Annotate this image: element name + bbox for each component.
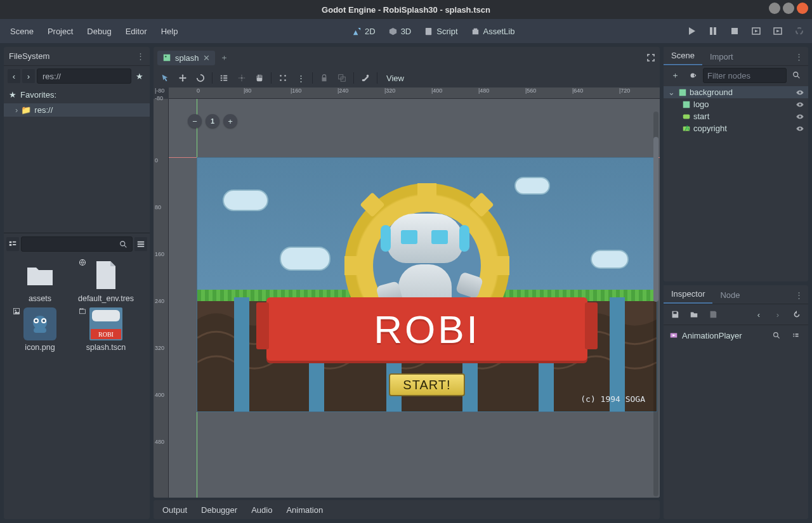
stop-button[interactable]	[726, 23, 743, 39]
snap-pivot-button[interactable]	[234, 70, 249, 86]
fs-tree-root[interactable]: › 📁 res://	[4, 103, 150, 117]
move-tool-button[interactable]	[175, 70, 190, 86]
workspace-script-button[interactable]: Script	[419, 24, 462, 39]
texture-rect-icon	[681, 100, 691, 109]
history-button[interactable]	[789, 307, 804, 322]
bottom-tab-debugger[interactable]: Debugger	[195, 503, 244, 517]
viewport-scrollbar[interactable]	[653, 112, 658, 496]
add-node-button[interactable]: ＋	[667, 68, 683, 83]
window-close-button[interactable]	[797, 3, 808, 14]
animation-player-icon	[669, 331, 678, 340]
visibility-icon[interactable]	[796, 112, 804, 121]
bottom-panel-tabs: Output Debugger Audio Animation	[154, 500, 660, 519]
inspector-load-button[interactable]	[686, 307, 702, 322]
search-icon[interactable]	[789, 68, 804, 83]
fs-item-icon-png[interactable]: icon.png	[9, 307, 71, 352]
select-tool-button[interactable]	[157, 70, 173, 86]
panel-options-icon[interactable]: ⋮	[136, 51, 145, 61]
fs-search-input[interactable]	[21, 236, 133, 252]
search-icon[interactable]	[769, 328, 784, 343]
texture-rect-icon	[678, 87, 687, 97]
svg-point-24	[280, 75, 282, 77]
zoom-out-button[interactable]: −	[188, 114, 202, 128]
workspace-2d-button[interactable]: 2D	[347, 24, 381, 39]
fs-item-folder[interactable]: assets	[9, 259, 71, 304]
window-maximize-button[interactable]	[783, 3, 794, 14]
fs-list-mode-button[interactable]	[134, 237, 147, 251]
menu-editor[interactable]: Editor	[119, 24, 154, 39]
rotate-tool-button[interactable]	[193, 70, 208, 86]
svg-line-50	[777, 336, 779, 338]
menu-help[interactable]: Help	[155, 24, 185, 39]
properties-options-icon[interactable]	[788, 328, 803, 343]
menu-project[interactable]: Project	[41, 24, 79, 39]
bottom-tab-audio[interactable]: Audio	[245, 503, 278, 517]
view-menu[interactable]: View	[381, 74, 409, 83]
workspace-assetlib-button[interactable]: AssetLib	[466, 24, 520, 39]
new-tab-button[interactable]: ＋	[218, 51, 232, 65]
start-button[interactable]: START!	[389, 373, 465, 396]
cloud-icon	[223, 190, 268, 211]
fs-favorite-button[interactable]: ★	[133, 69, 146, 83]
inspector-object-row[interactable]: AnimationPlayer	[664, 325, 808, 345]
bottom-tab-animation[interactable]: Animation	[280, 503, 329, 517]
node-copyright[interactable]: A copyright	[664, 122, 808, 134]
svg-rect-1	[710, 27, 712, 35]
bone-button[interactable]	[358, 70, 373, 86]
cloud-icon	[591, 250, 629, 269]
lock-button[interactable]	[317, 70, 332, 86]
svg-line-42	[797, 76, 800, 79]
play-button[interactable]	[683, 23, 700, 39]
scene-tree: ⌄ background logo start A copy	[664, 85, 808, 136]
visibility-icon[interactable]	[796, 124, 804, 133]
import-tab[interactable]: Import	[702, 48, 741, 65]
fs-back-button[interactable]: ‹	[8, 69, 20, 83]
list-select-button[interactable]	[216, 70, 232, 86]
svg-rect-17	[34, 328, 46, 333]
distraction-free-button[interactable]	[646, 53, 656, 63]
ruler-tool-button[interactable]	[275, 70, 291, 86]
fs-tree-mode-button[interactable]	[6, 237, 19, 251]
panel-options-icon[interactable]: ⋮	[795, 290, 803, 300]
pause-button[interactable]	[704, 23, 722, 39]
node-tab[interactable]: Node	[712, 287, 747, 304]
history-forward-button[interactable]: ›	[770, 307, 785, 322]
window-minimize-button[interactable]	[769, 3, 780, 14]
play-custom-scene-button[interactable]	[769, 23, 787, 39]
close-tab-icon[interactable]: ✕	[203, 53, 210, 63]
scene-tab[interactable]: Scene	[664, 47, 702, 65]
snap-options-button[interactable]: ⋮	[293, 70, 308, 86]
inspector-tab[interactable]: Inspector	[664, 285, 712, 304]
svg-point-22	[165, 56, 167, 58]
inspector-copy-button[interactable]	[705, 307, 721, 322]
fs-item-tres[interactable]: default_env.tres	[75, 259, 137, 304]
scene-tab-splash[interactable]: splash ✕	[157, 51, 215, 65]
pan-tool-button[interactable]	[252, 70, 267, 86]
fs-item-splash-tscn[interactable]: ROBI splash.tscn	[75, 307, 137, 352]
instance-node-button[interactable]	[685, 68, 700, 83]
node-background[interactable]: ⌄ background	[664, 86, 808, 98]
workspace-3d-button[interactable]: 3D	[383, 24, 417, 39]
visibility-icon[interactable]	[796, 88, 804, 97]
menu-debug[interactable]: Debug	[81, 24, 117, 39]
menu-scene[interactable]: Scene	[4, 24, 40, 39]
zoom-in-button[interactable]: +	[223, 114, 237, 128]
scene-filter-input[interactable]: Filter nodes	[703, 68, 787, 83]
inspector-save-button[interactable]	[667, 307, 683, 322]
svg-rect-19	[80, 309, 82, 310]
play-scene-button[interactable]	[747, 23, 765, 39]
visibility-icon[interactable]	[796, 100, 804, 109]
canvas-area[interactable]: − 1 +	[169, 99, 660, 498]
group-button[interactable]	[334, 70, 350, 86]
game-preview[interactable]: ROBI START! (c) 1994 SOGA	[197, 157, 657, 412]
fs-forward-button[interactable]: ›	[22, 69, 35, 83]
panel-options-icon[interactable]: ⋮	[795, 52, 803, 61]
viewport[interactable]: |-80 0 |80 |160 |240 |320 |400 |480 |560…	[154, 87, 660, 498]
bottom-tab-output[interactable]: Output	[156, 503, 193, 517]
fs-path-field[interactable]: res://	[37, 68, 131, 84]
svg-point-49	[773, 332, 778, 337]
history-back-button[interactable]: ‹	[751, 307, 766, 322]
zoom-reset-button[interactable]: 1	[206, 114, 219, 128]
node-logo[interactable]: logo	[664, 98, 808, 110]
node-start[interactable]: start	[664, 110, 808, 122]
